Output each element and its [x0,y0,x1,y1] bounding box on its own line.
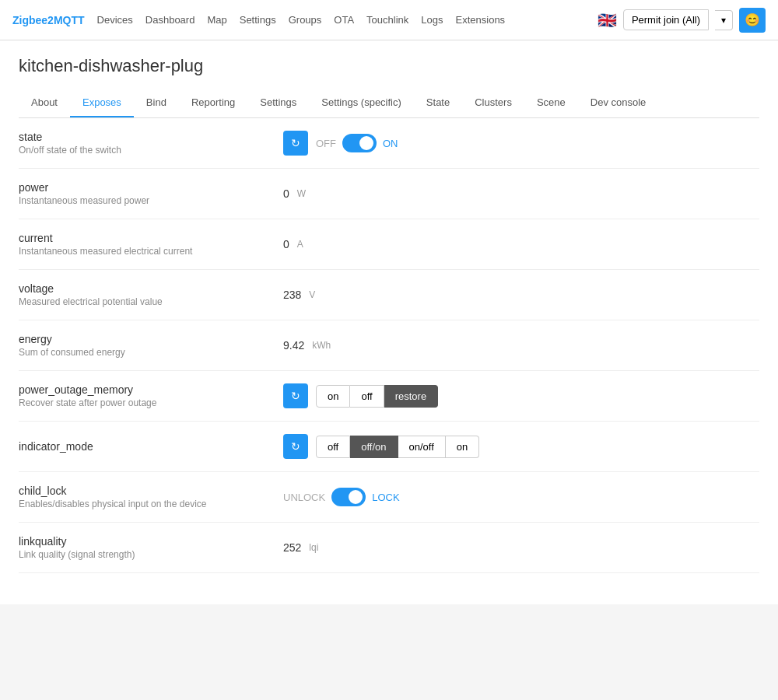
prop-row-current: currentInstantaneous measured electrical… [19,219,759,270]
prop-name-current: current [19,232,283,244]
prop-control-linkquality: 252 lqi [283,541,759,554]
permit-join-caret-button[interactable]: ▾ [715,10,733,30]
properties-area: stateOn/off state of the switch↻OFFONpow… [0,118,778,604]
prop-control-state: ↻OFFON [283,131,759,156]
btn-group-item-power_outage_memory-on[interactable]: on [316,385,350,408]
toggle-switch-state[interactable] [342,134,377,152]
tab-dev-console[interactable]: Dev console [578,89,659,117]
prop-unit-linkquality: lqi [309,542,318,553]
nav-link-dashboard[interactable]: Dashboard [145,14,195,26]
prop-info-voltage: voltageMeasured electrical potential val… [19,282,283,307]
prop-row-power_outage_memory: power_outage_memoryRecover state after p… [19,371,759,422]
tab-settings-specific[interactable]: Settings (specific) [309,89,414,117]
tab-exposes[interactable]: Exposes [70,89,134,117]
nav-link-touchlink[interactable]: Touchlink [366,14,408,26]
prop-name-linkquality: linkquality [19,535,283,548]
btn-group-indicator_mode: offoff/onon/offon [316,436,479,458]
prop-info-indicator_mode: indicator_mode [19,440,283,453]
prop-unit-voltage: V [309,289,315,300]
btn-group-item-power_outage_memory-off[interactable]: off [350,385,384,408]
prop-name-energy: energy [19,333,283,345]
prop-info-current: currentInstantaneous measured electrical… [19,232,283,257]
prop-info-linkquality: linkqualityLink quality (signal strength… [19,535,283,560]
prop-name-child_lock: child_lock [19,485,283,497]
prop-row-voltage: voltageMeasured electrical potential val… [19,270,759,320]
btn-group-item-indicator_mode-on[interactable]: on [446,436,479,458]
smiley-button[interactable]: 😊 [739,8,766,33]
toggle-on-label-child_lock: LOCK [372,492,399,503]
prop-name-power_outage_memory: power_outage_memory [19,383,283,396]
prop-info-energy: energySum of consumed energy [19,333,283,358]
btn-group-item-indicator_mode-off[interactable]: off [316,436,350,458]
btn-group-item-indicator_mode-offon[interactable]: off/on [350,436,398,458]
tab-about[interactable]: About [19,89,70,117]
nav-link-groups[interactable]: Groups [289,14,322,26]
toggle-switch-child_lock[interactable] [331,488,366,506]
tab-scene[interactable]: Scene [524,89,578,117]
top-navigation: Zigbee2MQTT Devices Dashboard Map Settin… [0,0,778,40]
prop-value-current: 0 [283,238,289,250]
prop-desc-state: On/off state of the switch [19,145,283,156]
prop-desc-linkquality: Link quality (signal strength) [19,549,283,560]
tab-bar: AboutExposesBindReportingSettingsSetting… [19,89,759,118]
prop-name-state: state [19,131,283,143]
prop-name-power: power [19,181,283,194]
tab-state[interactable]: State [414,89,462,117]
prop-desc-voltage: Measured electrical potential value [19,296,283,307]
prop-name-indicator_mode: indicator_mode [19,440,283,453]
prop-control-voltage: 238 V [283,289,759,301]
main-content: kitchen-dishwasher-plug AboutExposesBind… [0,40,778,118]
brand-link[interactable]: Zigbee2MQTT [12,14,85,26]
permit-join-button[interactable]: Permit join (All) [623,9,709,30]
refresh-button-state[interactable]: ↻ [283,131,308,156]
prop-control-energy: 9.42 kWh [283,339,759,352]
prop-control-power_outage_memory: ↻onoffrestore [283,383,759,408]
prop-name-voltage: voltage [19,282,283,295]
prop-value-energy: 9.42 [283,339,304,352]
btn-group-power_outage_memory: onoffrestore [316,385,438,408]
prop-value-linkquality: 252 [283,541,301,554]
toggle-on-label-state: ON [383,138,398,149]
prop-unit-energy: kWh [312,340,331,351]
nav-link-settings[interactable]: Settings [240,14,276,26]
prop-info-power_outage_memory: power_outage_memoryRecover state after p… [19,383,283,408]
prop-row-linkquality: linkqualityLink quality (signal strength… [19,523,759,573]
prop-value-power: 0 [283,187,289,200]
refresh-button-power_outage_memory[interactable]: ↻ [283,383,308,408]
toggle-wrapper-child_lock: UNLOCKLOCK [283,488,400,506]
toggle-wrapper-state: OFFON [316,134,398,152]
nav-link-devices[interactable]: Devices [97,14,133,26]
tab-bind[interactable]: Bind [134,89,179,117]
prop-control-power: 0 W [283,187,759,200]
prop-control-current: 0 A [283,238,759,250]
nav-right: 🇬🇧 Permit join (All) ▾ 😊 [598,8,766,33]
tab-reporting[interactable]: Reporting [179,89,247,117]
prop-desc-current: Instantaneous measured electrical curren… [19,246,283,257]
btn-group-item-indicator_mode-onoff[interactable]: on/off [398,436,446,458]
prop-desc-power_outage_memory: Recover state after power outage [19,397,283,408]
nav-link-map[interactable]: Map [207,14,226,26]
nav-link-extensions[interactable]: Extensions [456,14,506,26]
prop-row-state: stateOn/off state of the switch↻OFFON [19,118,759,169]
nav-link-logs[interactable]: Logs [421,14,443,26]
prop-row-child_lock: child_lockEnables/disables physical inpu… [19,472,759,523]
prop-desc-energy: Sum of consumed energy [19,347,283,358]
toggle-off-label-state: OFF [316,138,336,149]
prop-info-child_lock: child_lockEnables/disables physical inpu… [19,485,283,509]
prop-info-state: stateOn/off state of the switch [19,131,283,156]
language-flag-icon[interactable]: 🇬🇧 [598,11,617,30]
prop-unit-power: W [297,188,306,199]
prop-unit-current: A [297,239,303,250]
nav-link-ota[interactable]: OTA [334,14,354,26]
tab-clusters[interactable]: Clusters [462,89,524,117]
refresh-button-indicator_mode[interactable]: ↻ [283,434,308,459]
prop-info-power: powerInstantaneous measured power [19,181,283,206]
btn-group-item-power_outage_memory-restore[interactable]: restore [384,385,438,408]
prop-row-energy: energySum of consumed energy9.42 kWh [19,320,759,371]
prop-control-child_lock: UNLOCKLOCK [283,488,759,506]
tab-settings[interactable]: Settings [247,89,309,117]
device-title: kitchen-dishwasher-plug [19,56,759,76]
toggle-off-label-child_lock: UNLOCK [283,492,325,503]
prop-row-power: powerInstantaneous measured power0 W [19,169,759,219]
prop-desc-child_lock: Enables/disables physical input on the d… [19,499,283,509]
